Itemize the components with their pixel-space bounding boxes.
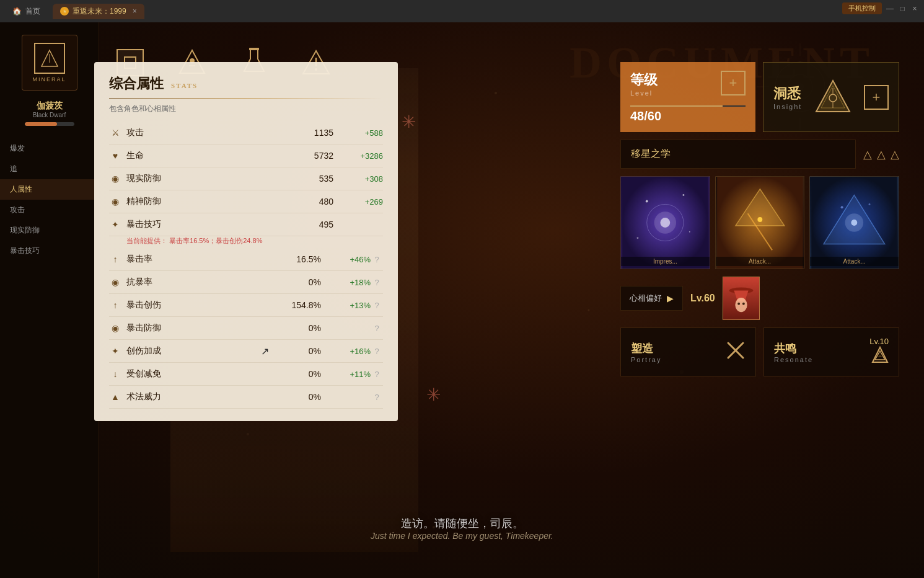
companion-btn[interactable]: 心相偏好 ▶: [620, 286, 683, 311]
stats-divider: [109, 98, 383, 99]
browser-bar: 🏠 首页 ★ 重返未来：1999 × 手机控制 — □ ×: [0, 0, 924, 22]
home-tab[interactable]: 🏠 首页: [5, 4, 48, 19]
svg-point-32: [851, 220, 858, 226]
skill-card-2[interactable]: Attack...: [715, 176, 805, 269]
sidebar-nav-attrs[interactable]: 人属性: [0, 179, 99, 200]
active-tab[interactable]: ★ 重返未来：1999 ×: [53, 4, 144, 19]
skill-card-1[interactable]: Impres...: [620, 176, 710, 269]
left-sidebar: MINERAL 伽菠茨 Black Dwarf 爆发 追 人属性 攻击 现实防御…: [0, 22, 99, 578]
maximize-btn[interactable]: □: [898, 4, 907, 13]
dmg-reduce-help[interactable]: ?: [371, 370, 383, 379]
stat-bonus-hp: +3286: [333, 151, 383, 161]
level-plus-btn[interactable]: +: [721, 71, 746, 96]
stat-name-magic: 术法威力: [126, 391, 271, 402]
stat-value-dmg-bonus: 0%: [271, 346, 321, 356]
crit-def-help[interactable]: ?: [371, 324, 383, 333]
portray-btn[interactable]: 塑造 Portray: [620, 327, 756, 376]
deco-star-2: ✳: [426, 385, 441, 405]
res-tri-1[interactable]: △: [863, 148, 872, 161]
dmg-bonus-help[interactable]: ?: [371, 347, 383, 356]
magic-help[interactable]: ?: [371, 393, 383, 402]
stat-bonus-crit-dmg: +13%: [321, 301, 371, 310]
skill-card-3[interactable]: Attack...: [809, 176, 899, 269]
svg-point-39: [737, 303, 740, 305]
stat-row-anti-crit: ◉ 抗暴率 0% +18% ?: [109, 271, 383, 294]
crit-rate-help[interactable]: ?: [371, 255, 383, 264]
companion-label: 心相偏好: [630, 293, 662, 304]
bottom-text: 造访。请随便坐，司辰。 Just time I expected. Be my …: [0, 516, 924, 541]
crit-rate-icon: ↑: [109, 253, 121, 265]
sidebar-progress-bar: [25, 122, 74, 126]
tab-close-btn[interactable]: ×: [133, 7, 137, 16]
stat-bonus-anti-crit: +18%: [321, 278, 371, 287]
svg-point-28: [757, 217, 762, 222]
skill-card-2-inner: [716, 177, 804, 269]
svg-point-40: [742, 303, 745, 305]
home-tab-label: 首页: [25, 6, 40, 17]
deco-star-1: ✳: [402, 112, 416, 132]
bottom-english: Just time I expected. Be my guest, Timek…: [0, 531, 924, 541]
anti-crit-help[interactable]: ?: [371, 278, 383, 287]
crit-dmg-help[interactable]: ?: [371, 301, 383, 310]
crit-note-values: 暴击率16.5%；暴击创伤24.8%: [169, 237, 262, 244]
insight-icon: [811, 76, 855, 119]
stat-name-crit-def: 暴击防御: [126, 322, 271, 334]
stat-row-magic: ▲ 术法威力 0% ?: [109, 386, 383, 409]
action-row: 塑造 Portray 共鸣 Resonate Lv.10: [620, 327, 899, 376]
svg-rect-6: [249, 48, 259, 50]
stat-name-dmg-bonus: 创伤加成: [126, 345, 261, 357]
res-tri-2[interactable]: △: [877, 148, 886, 161]
svg-point-34: [869, 203, 871, 205]
stat-row-crit-rate: ↑ 暴击率 16.5% +46% ?: [109, 248, 383, 271]
level-progress-bar: [630, 105, 746, 107]
res-tri-3[interactable]: △: [891, 148, 899, 161]
svg-marker-45: [878, 355, 882, 357]
stat-bonus-ment-def: +269: [333, 197, 383, 207]
level-label: 等级: [630, 71, 658, 89]
stat-row-ment-def: ◉ 精神防御 480 +269: [109, 190, 383, 213]
stat-name-hp: 生命: [126, 150, 284, 161]
home-icon: 🏠: [12, 7, 22, 16]
minimize-btn[interactable]: —: [886, 4, 894, 13]
stats-subtitle: STATS: [171, 82, 198, 89]
stat-row-dmg-reduce: ↓ 受创减免 0% +11% ?: [109, 363, 383, 386]
skill-card-1-label: Impres...: [621, 257, 710, 266]
mobile-control-btn[interactable]: 手机控制: [842, 2, 882, 14]
sidebar-nav-attack[interactable]: 攻击: [0, 200, 99, 220]
stat-value-dmg-reduce: 0%: [271, 369, 321, 379]
resonate-btn[interactable]: 共鸣 Resonate Lv.10: [763, 327, 899, 376]
level-box: 等级 Level + 48/60: [620, 62, 755, 132]
stats-include-text: 包含角色和心相属性: [109, 104, 383, 114]
sidebar-nav-burst[interactable]: 爆发: [0, 138, 99, 159]
stat-value-phys-def: 535: [284, 174, 333, 184]
sidebar-nav-chase[interactable]: 追: [0, 159, 99, 179]
sidebar-nav-defense[interactable]: 现实防御: [0, 220, 99, 241]
stat-name-crit-skill: 暴击技巧: [126, 219, 284, 230]
active-tab-label: 重返未来：1999: [73, 6, 126, 17]
sidebar-logo-text: MINERAL: [32, 76, 66, 82]
stat-name-dmg-reduce: 受创减免: [126, 368, 271, 380]
stat-name-attack: 攻击: [126, 127, 284, 138]
skill-cards-row: Impres... Attack...: [620, 176, 899, 269]
sidebar-progress-fill: [25, 122, 57, 126]
resonance-name: 移星之学: [620, 140, 856, 169]
crit-def-icon: ◉: [109, 322, 121, 334]
resonate-level: Lv.10: [869, 337, 889, 346]
stat-row-phys-def: ◉ 现实防御 535 +308: [109, 167, 383, 190]
magic-icon: ▲: [109, 391, 121, 403]
dmg-bonus-icon: ✦: [109, 345, 121, 357]
companion-level: Lv.60: [690, 293, 715, 304]
stat-value-crit-dmg: 154.8%: [271, 300, 321, 310]
insight-sub: Insight: [773, 103, 802, 110]
stat-name-crit-rate: 暴击率: [126, 254, 271, 265]
resonate-sub: Resonate: [774, 356, 813, 363]
stat-value-crit-skill: 495: [284, 220, 333, 229]
companion-portrait: [723, 277, 760, 320]
close-btn[interactable]: ×: [910, 4, 919, 13]
sidebar-nav-crit[interactable]: 暴击技巧: [0, 241, 99, 261]
skill-card-3-label: Attack...: [810, 257, 899, 266]
stat-row-attack: ⚔ 攻击 1135 +588: [109, 122, 383, 144]
insight-plus-btn[interactable]: +: [864, 85, 889, 110]
level-progress-fill: [630, 105, 723, 107]
svg-point-22: [682, 194, 684, 196]
